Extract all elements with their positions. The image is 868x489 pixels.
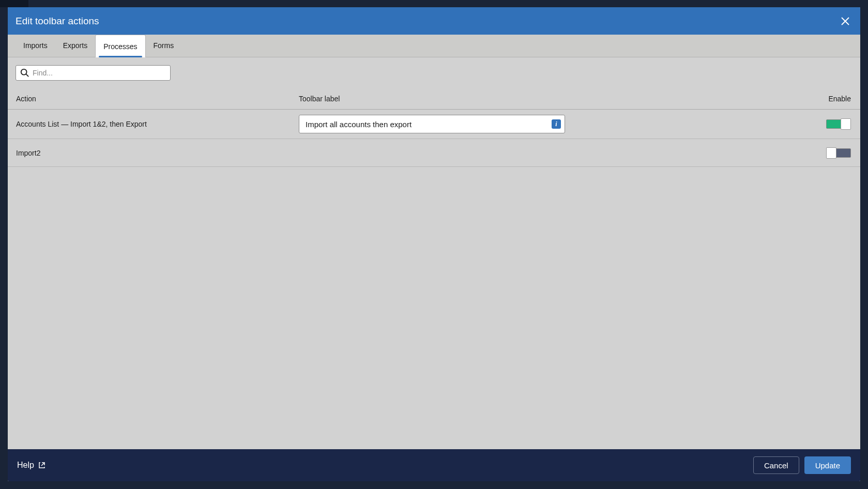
column-header-label: Toolbar label: [299, 95, 815, 103]
action-name: Accounts List — Import 1&2, then Export: [16, 120, 147, 128]
table-body: Accounts List — Import 1&2, then Exporti…: [8, 110, 860, 449]
table-row: Accounts List — Import 1&2, then Exporti: [8, 110, 860, 139]
search-icon: [20, 68, 29, 78]
svg-line-4: [41, 463, 44, 466]
update-button[interactable]: Update: [804, 456, 851, 474]
svg-point-2: [21, 69, 27, 75]
toolbar-label-input[interactable]: [299, 115, 565, 133]
toggle-knob: [841, 118, 851, 130]
modal-title: Edit toolbar actions: [16, 16, 99, 27]
search-box[interactable]: [16, 65, 171, 81]
help-label: Help: [17, 461, 34, 470]
tab-processes[interactable]: Processes: [95, 35, 145, 57]
svg-line-3: [26, 74, 29, 77]
info-icon[interactable]: i: [552, 119, 561, 129]
edit-toolbar-actions-modal: Edit toolbar actions ImportsExportsProce…: [8, 7, 860, 481]
search-area: [8, 57, 860, 88]
tab-forms[interactable]: Forms: [146, 34, 182, 57]
table-header: Action Toolbar label Enable: [8, 88, 860, 110]
enable-toggle[interactable]: [826, 119, 851, 129]
help-link[interactable]: Help: [17, 461, 45, 470]
close-icon: [841, 17, 850, 26]
modal-header: Edit toolbar actions: [8, 7, 860, 35]
enable-toggle[interactable]: [826, 148, 851, 158]
topbar-corner: [0, 0, 28, 7]
tab-bar: ImportsExportsProcessesForms: [8, 35, 860, 57]
cancel-button[interactable]: Cancel: [753, 456, 799, 474]
table-row: Import2: [8, 139, 860, 167]
search-input[interactable]: [33, 69, 166, 77]
modal-footer: Help Cancel Update: [8, 449, 860, 481]
footer-buttons: Cancel Update: [753, 456, 851, 474]
tab-exports[interactable]: Exports: [55, 34, 95, 57]
external-link-icon: [38, 462, 45, 469]
tab-imports[interactable]: Imports: [16, 34, 55, 57]
column-header-enable: Enable: [815, 95, 851, 103]
column-header-action: Action: [16, 95, 299, 103]
action-name: Import2: [16, 149, 40, 157]
toggle-knob: [826, 147, 836, 159]
close-button[interactable]: [840, 16, 851, 27]
app-topbar: [0, 0, 868, 7]
